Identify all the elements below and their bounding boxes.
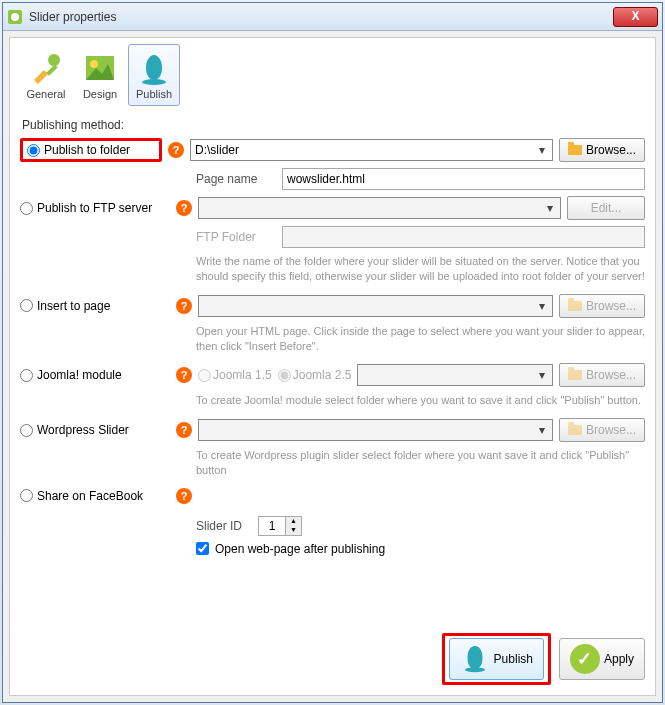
radio-joomla15	[198, 369, 211, 382]
tab-bar: General Design Publish	[20, 44, 645, 106]
help-icon[interactable]: ?	[176, 200, 192, 216]
ftp-folder-input	[282, 226, 645, 248]
chevron-down-icon: ▾	[542, 201, 558, 215]
close-button[interactable]: X	[613, 7, 658, 27]
browse-joomla-button[interactable]: Browse...	[559, 363, 645, 387]
window: Slider properties X General Design Pu	[2, 2, 663, 703]
app-icon	[7, 9, 23, 25]
radio-facebook[interactable]	[20, 489, 33, 502]
slider-id-stepper[interactable]: ▲▼	[258, 516, 302, 536]
button-label: Publish	[494, 652, 533, 666]
help-icon[interactable]: ?	[176, 298, 192, 314]
radio-label[interactable]: Publish to FTP server	[37, 201, 152, 215]
spinner-up[interactable]: ▲	[286, 517, 301, 526]
ftp-description: Write the name of the folder where your …	[196, 254, 645, 284]
insert-combo[interactable]: ▾	[198, 295, 553, 317]
highlight-folder: Publish to folder	[20, 138, 162, 162]
tab-general[interactable]: General	[20, 44, 72, 106]
edit-ftp-button[interactable]: Edit...	[567, 196, 645, 220]
radio-insert[interactable]	[20, 299, 33, 312]
checkbox-open-after[interactable]	[196, 542, 209, 555]
slider-id-input[interactable]	[259, 517, 285, 535]
button-label: Apply	[604, 652, 634, 666]
row-publish-folder: Publish to folder ? D:\slider ▾ Browse..…	[20, 138, 645, 162]
titlebar: Slider properties X	[3, 3, 662, 31]
radio-label[interactable]: Publish to folder	[44, 143, 130, 157]
row-insert: Insert to page ? ▾ Browse...	[20, 294, 645, 318]
combo-value: D:\slider	[195, 143, 239, 157]
svg-point-5	[90, 60, 98, 68]
folder-icon	[568, 425, 582, 435]
row-open-after: Open web-page after publishing	[196, 542, 645, 556]
radio-joomla[interactable]	[20, 369, 33, 382]
tab-design[interactable]: Design	[74, 44, 126, 106]
tab-publish[interactable]: Publish	[128, 44, 180, 106]
ftp-combo[interactable]: ▾	[198, 197, 561, 219]
radio-label[interactable]: Share on FaceBook	[37, 489, 143, 503]
tab-label: Design	[83, 88, 117, 100]
folder-icon	[568, 145, 582, 155]
page-name-label: Page name	[196, 172, 276, 186]
radio-publish-folder[interactable]	[27, 144, 40, 157]
svg-point-9	[470, 646, 478, 654]
tools-icon	[28, 50, 64, 86]
wordpress-description: To create Wordpress plugin slider select…	[196, 448, 645, 478]
browse-folder-button[interactable]: Browse...	[559, 138, 645, 162]
row-wordpress: Wordpress Slider ? ▾ Browse...	[20, 418, 645, 442]
button-label: Browse...	[586, 368, 636, 382]
help-icon[interactable]: ?	[176, 422, 192, 438]
wordpress-combo[interactable]: ▾	[198, 419, 553, 441]
radio-label[interactable]: Joomla! module	[37, 368, 122, 382]
svg-point-7	[149, 55, 159, 65]
slider-id-label: Slider ID	[196, 519, 252, 533]
radio-ftp[interactable]	[20, 202, 33, 215]
spinner-down[interactable]: ▼	[286, 526, 301, 535]
chevron-down-icon: ▾	[534, 368, 550, 382]
button-label: Edit...	[591, 201, 622, 215]
folder-icon	[568, 370, 582, 380]
radio-joomla25	[278, 369, 291, 382]
checkbox-label[interactable]: Open web-page after publishing	[215, 542, 385, 556]
help-icon[interactable]: ?	[168, 142, 184, 158]
folder-path-combo[interactable]: D:\slider ▾	[190, 139, 553, 161]
joomla-description: To create Joomla! module select folder w…	[196, 393, 645, 408]
publish-icon	[460, 643, 490, 676]
highlight-publish: Publish	[442, 633, 551, 685]
help-icon[interactable]: ?	[176, 367, 192, 383]
row-joomla: Joomla! module ? Joomla 1.5 Joomla 2.5 ▾…	[20, 363, 645, 387]
folder-icon	[568, 301, 582, 311]
tab-label: Publish	[136, 88, 172, 100]
chevron-down-icon: ▾	[534, 299, 550, 313]
radio-label: Joomla 2.5	[293, 368, 352, 382]
subrow-ftp-folder: FTP Folder	[196, 226, 645, 248]
radio-wordpress[interactable]	[20, 424, 33, 437]
image-icon	[82, 50, 118, 86]
browse-insert-button[interactable]: Browse...	[559, 294, 645, 318]
insert-description: Open your HTML page. Click inside the pa…	[196, 324, 645, 354]
button-label: Browse...	[586, 423, 636, 437]
svg-point-2	[48, 54, 60, 66]
svg-point-1	[11, 13, 19, 21]
publish-button[interactable]: Publish	[449, 638, 544, 680]
ftp-folder-label: FTP Folder	[196, 230, 276, 244]
radio-label: Joomla 1.5	[213, 368, 272, 382]
content-area: General Design Publish Publishing method…	[9, 37, 656, 696]
help-icon[interactable]: ?	[176, 488, 192, 504]
button-label: Browse...	[586, 143, 636, 157]
apply-button[interactable]: ✓ Apply	[559, 638, 645, 680]
window-title: Slider properties	[29, 10, 613, 24]
chevron-down-icon: ▾	[534, 423, 550, 437]
radio-label[interactable]: Insert to page	[37, 299, 110, 313]
publish-icon	[136, 50, 172, 86]
page-name-input[interactable]	[282, 168, 645, 190]
button-label: Browse...	[586, 299, 636, 313]
joomla-combo[interactable]: ▾	[357, 364, 553, 386]
svg-rect-3	[46, 64, 57, 75]
section-label: Publishing method:	[22, 118, 645, 132]
bottom-bar: Publish ✓ Apply	[20, 623, 645, 685]
row-ftp: Publish to FTP server ? ▾ Edit...	[20, 196, 645, 220]
browse-wordpress-button[interactable]: Browse...	[559, 418, 645, 442]
spinner-buttons[interactable]: ▲▼	[285, 517, 301, 535]
chevron-down-icon: ▾	[534, 143, 550, 157]
radio-label[interactable]: Wordpress Slider	[37, 423, 129, 437]
